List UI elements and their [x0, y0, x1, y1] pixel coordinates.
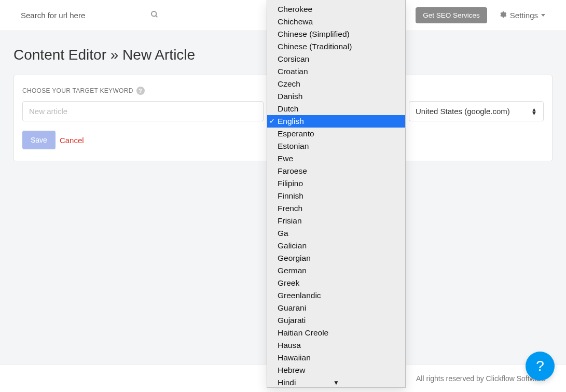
language-option[interactable]: Chinese (Traditional) [267, 40, 405, 53]
help-chat-button[interactable]: ? [526, 352, 555, 381]
language-option[interactable]: Hawaiian [267, 352, 405, 364]
select-arrows-icon: ▲▼ [531, 108, 537, 115]
language-option[interactable]: Esperanto [267, 128, 405, 140]
language-dropdown-list: CherokeeChichewaChinese (Simplified)Chin… [267, 0, 405, 388]
language-option[interactable]: English [267, 115, 405, 128]
keyword-label: CHOOSE YOUR TARGET KEYWORD [22, 87, 133, 94]
topbar-right: Get SEO Services Settings [416, 7, 545, 23]
search-icon[interactable] [150, 10, 159, 21]
language-option[interactable]: Greenlandic [267, 289, 405, 302]
settings-label: Settings [510, 11, 538, 20]
language-option[interactable]: Gujarati [267, 314, 405, 327]
get-seo-button[interactable]: Get SEO Services [416, 7, 487, 23]
region-select-value: United States (google.com) [416, 107, 510, 116]
svg-line-1 [156, 16, 157, 17]
save-button[interactable]: Save [22, 131, 56, 149]
footer-text: All rights reserved by Clickflow Softwar… [416, 374, 545, 383]
language-option[interactable]: German [267, 264, 405, 277]
language-option[interactable]: Finnish [267, 190, 405, 202]
gear-icon [499, 10, 507, 20]
language-option[interactable]: Chinese (Simplified) [267, 28, 405, 40]
keyword-input[interactable] [22, 101, 264, 121]
dropdown-scroll-down-icon[interactable]: ▼ [267, 379, 405, 386]
help-icon[interactable]: ? [136, 87, 145, 95]
language-option[interactable]: Haitian Creole [267, 327, 405, 339]
region-select[interactable]: United States (google.com) ▲▼ [409, 101, 544, 121]
language-option[interactable]: Dutch [267, 103, 405, 115]
language-option[interactable]: Croatian [267, 65, 405, 78]
question-icon: ? [536, 358, 544, 374]
language-option[interactable]: Ga [267, 227, 405, 240]
language-option[interactable]: Cherokee [267, 3, 405, 16]
language-option[interactable]: Hebrew [267, 364, 405, 376]
language-option[interactable]: Galician [267, 240, 405, 252]
caret-down-icon [541, 14, 545, 17]
language-option[interactable]: Greek [267, 277, 405, 289]
search-input[interactable] [21, 11, 114, 20]
language-option[interactable]: Danish [267, 90, 405, 103]
language-option[interactable]: Guarani [267, 302, 405, 314]
language-dropdown[interactable]: CherokeeChichewaChinese (Simplified)Chin… [267, 0, 406, 388]
language-option[interactable]: Czech [267, 78, 405, 90]
language-option[interactable]: Hausa [267, 339, 405, 352]
svg-point-0 [151, 11, 156, 16]
settings-menu[interactable]: Settings [499, 10, 545, 20]
language-option[interactable]: Faroese [267, 165, 405, 177]
search-area [21, 10, 159, 21]
language-option[interactable]: Ewe [267, 152, 405, 165]
cancel-link[interactable]: Cancel [60, 136, 84, 145]
language-option[interactable]: Georgian [267, 252, 405, 264]
language-option[interactable]: Filipino [267, 177, 405, 190]
language-option[interactable]: Chichewa [267, 16, 405, 28]
language-option[interactable]: French [267, 202, 405, 215]
language-option[interactable]: Frisian [267, 215, 405, 227]
language-option[interactable]: Estonian [267, 140, 405, 152]
language-option[interactable]: Corsican [267, 53, 405, 65]
